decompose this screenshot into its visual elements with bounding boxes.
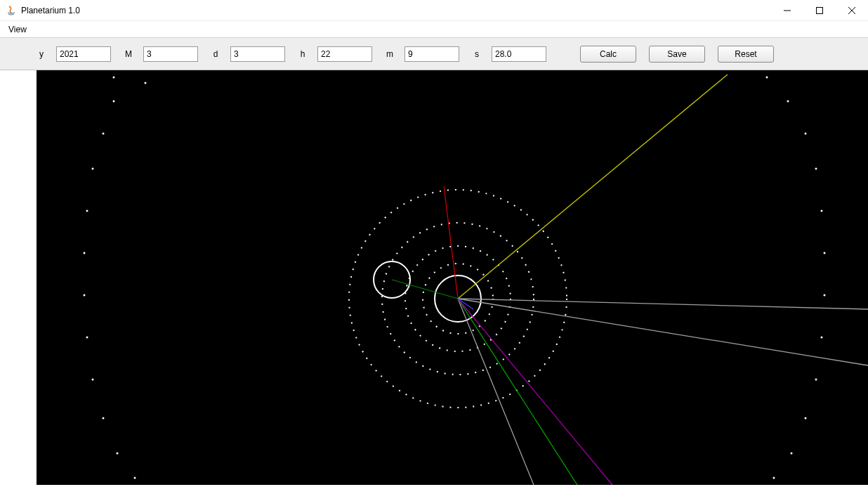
input-year[interactable] bbox=[56, 46, 111, 62]
input-day[interactable] bbox=[230, 46, 285, 62]
svg-point-17 bbox=[766, 77, 768, 79]
label-hour: h bbox=[296, 49, 309, 59]
close-button[interactable] bbox=[836, 0, 868, 20]
canvas-area bbox=[0, 70, 868, 487]
svg-point-26 bbox=[805, 417, 807, 420]
svg-point-20 bbox=[815, 168, 817, 170]
calc-button[interactable]: Calc bbox=[580, 46, 636, 63]
svg-point-27 bbox=[791, 453, 793, 455]
svg-line-40 bbox=[458, 299, 534, 485]
svg-point-9 bbox=[86, 210, 88, 212]
svg-line-39 bbox=[458, 299, 868, 365]
svg-point-8 bbox=[92, 168, 94, 170]
svg-line-35 bbox=[444, 186, 458, 299]
input-minute[interactable] bbox=[405, 46, 459, 62]
label-month: M bbox=[122, 49, 135, 59]
svg-point-7 bbox=[103, 133, 105, 135]
svg-point-5 bbox=[145, 82, 147, 84]
svg-point-24 bbox=[821, 337, 823, 339]
svg-line-38 bbox=[458, 299, 868, 309]
planetarium-canvas[interactable] bbox=[37, 70, 868, 485]
menubar: View bbox=[0, 21, 868, 38]
minimize-button[interactable] bbox=[771, 0, 803, 20]
reset-button[interactable]: Reset bbox=[718, 46, 774, 63]
svg-point-13 bbox=[92, 379, 94, 381]
svg-point-22 bbox=[824, 252, 826, 254]
svg-point-25 bbox=[815, 379, 817, 381]
titlebar: Planetarium 1.0 bbox=[0, 0, 868, 21]
svg-line-36 bbox=[458, 74, 728, 299]
svg-point-12 bbox=[86, 337, 88, 339]
input-month[interactable] bbox=[143, 46, 198, 62]
window-title: Planetarium 1.0 bbox=[21, 6, 771, 15]
svg-point-10 bbox=[84, 252, 86, 254]
svg-line-41 bbox=[458, 299, 577, 485]
svg-point-6 bbox=[113, 100, 115, 103]
svg-point-16 bbox=[134, 477, 136, 479]
label-day: d bbox=[209, 49, 222, 59]
svg-rect-1 bbox=[817, 7, 823, 13]
svg-point-14 bbox=[103, 417, 105, 420]
save-button[interactable]: Save bbox=[649, 46, 705, 63]
label-second: s bbox=[471, 49, 483, 59]
svg-point-19 bbox=[805, 133, 807, 135]
date-time-toolbar: y M d h m s Calc Save Reset bbox=[0, 38, 868, 70]
svg-point-23 bbox=[824, 294, 826, 297]
input-hour[interactable] bbox=[317, 46, 372, 62]
window-controls bbox=[771, 0, 868, 20]
menu-view[interactable]: View bbox=[4, 23, 31, 36]
svg-point-4 bbox=[113, 77, 115, 79]
svg-line-42 bbox=[458, 299, 612, 485]
svg-point-28 bbox=[773, 477, 775, 479]
maximize-button[interactable] bbox=[803, 0, 836, 20]
svg-point-21 bbox=[821, 210, 823, 212]
input-second[interactable] bbox=[492, 46, 546, 62]
java-icon bbox=[6, 5, 17, 16]
svg-point-11 bbox=[84, 294, 86, 297]
label-year: y bbox=[35, 49, 48, 59]
label-minute: m bbox=[383, 49, 396, 59]
svg-point-15 bbox=[117, 453, 119, 455]
svg-point-18 bbox=[787, 100, 789, 103]
